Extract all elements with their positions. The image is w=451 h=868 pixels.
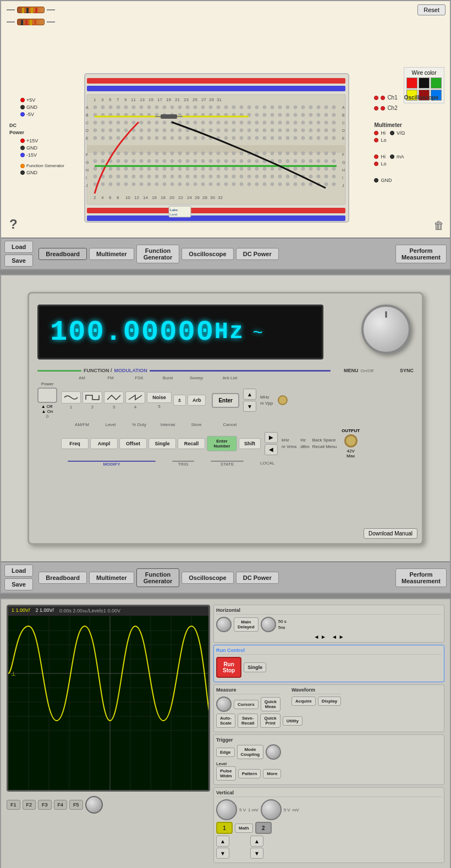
osc-ch1-btn[interactable]: 1	[216, 822, 233, 834]
osc-f1-btn[interactable]: F1	[7, 800, 20, 810]
svg-text:A: A	[342, 106, 345, 109]
fg-off-label: ▲ Off	[41, 404, 53, 409]
osc-waveform-svg: ⊥	[8, 616, 208, 790]
function-generator-tab-1[interactable]: Function Generator	[136, 245, 180, 263]
fg-arrow-right[interactable]: ▶	[265, 432, 278, 443]
download-manual-button[interactable]: Download Manual	[364, 528, 417, 539]
oscilloscope-tab-2[interactable]: Oscilloscope	[182, 572, 233, 584]
osc-v-knob-1[interactable]	[216, 799, 237, 820]
osc-v-down-1[interactable]: ▼	[216, 848, 229, 859]
help-button[interactable]: ?	[9, 217, 18, 232]
breadboard-tab-1[interactable]: Breadboard	[38, 248, 87, 260]
osc-auto-scale-btn[interactable]: Auto- Scale	[216, 714, 235, 728]
fg-arrow-down[interactable]: ▼	[243, 401, 256, 412]
resistor-1[interactable]	[7, 7, 95, 13]
fg-wave-1-btn[interactable]	[61, 391, 81, 403]
fg-wave-4-btn[interactable]	[125, 391, 145, 403]
osc-f3-btn[interactable]: F3	[38, 800, 52, 810]
osc-run-stop-btn[interactable]: Run Stop	[216, 657, 241, 678]
svg-text:7: 7	[117, 97, 119, 102]
multimeter-tab-2[interactable]: Multimeter	[89, 572, 134, 584]
svg-text:Land: Land	[170, 213, 177, 216]
osc-waveform-group: Waveform Acquire Display	[292, 687, 341, 714]
osc-edge-btn[interactable]: Edge	[216, 748, 235, 757]
load-button-1[interactable]: Load	[4, 241, 33, 253]
fg-arb-btn[interactable]: Arb	[188, 395, 206, 406]
fg-wave-3-btn[interactable]	[104, 391, 124, 403]
osc-quick-meas-btn[interactable]: Quick Meas	[261, 697, 280, 711]
osc-acquire-btn[interactable]: Acquire	[292, 696, 316, 706]
trash-button[interactable]: 🗑	[433, 219, 444, 232]
dc-power-tab-1[interactable]: DC Power	[236, 248, 279, 260]
osc-mode-coupling-btn[interactable]: Mode Coupling	[237, 745, 264, 759]
fg-single-btn[interactable]: Single	[148, 438, 176, 449]
osc-math-btn[interactable]: Math	[235, 823, 253, 833]
osc-more-btn[interactable]: More	[263, 769, 281, 778]
osc-bottom-knob[interactable]	[85, 796, 103, 814]
osc-measure-knob[interactable]	[216, 696, 232, 712]
fg-shift-btn[interactable]: Shift	[239, 438, 261, 449]
osc-pattern-btn[interactable]: Pattern	[238, 769, 261, 778]
fg-noise-btn[interactable]: Noise	[147, 392, 172, 403]
osc-cursors-btn[interactable]: Cursors	[234, 700, 258, 709]
function-generator-tab-2[interactable]: Function Generator	[136, 568, 180, 587]
reset-button[interactable]: Reset	[417, 4, 446, 15]
svg-text:10: 10	[125, 195, 130, 200]
fg-wave-2-btn[interactable]	[82, 391, 102, 403]
svg-text:B: B	[342, 113, 345, 117]
perform-measurement-1[interactable]: Perform Measurement	[395, 245, 447, 263]
oscilloscope-tab-1[interactable]: Oscilloscope	[182, 248, 233, 260]
fg-arrow-left[interactable]: ◀	[265, 444, 278, 455]
fg-power-button[interactable]	[37, 388, 57, 403]
svg-text:C: C	[86, 121, 89, 125]
save-button-1[interactable]: Save	[4, 255, 33, 267]
osc-f5-btn[interactable]: F5	[69, 800, 83, 810]
osc-trigger-level-knob[interactable]	[266, 744, 281, 760]
multimeter-tab-1[interactable]: Multimeter	[89, 248, 134, 260]
color-green[interactable]	[431, 78, 442, 89]
fg-wave-1-group: 1	[61, 391, 81, 410]
osc-vertical-arrows-row: ▲ ▼ ▲ ▼	[216, 836, 442, 859]
osc-v-up-2[interactable]: ▲	[250, 836, 263, 847]
fg-ampl-btn[interactable]: Ampl	[90, 438, 118, 449]
osc-main-delayed-btn[interactable]: Main Delayed	[234, 617, 258, 632]
osc-display-btn[interactable]: Display	[318, 696, 341, 706]
osc-measure-row: Cursors Quick Meas	[216, 696, 280, 712]
osc-utility-btn[interactable]: Utility	[283, 716, 302, 726]
osc-pulse-width-btn[interactable]: Pulse Widm	[216, 766, 236, 781]
dc-power-tab-2[interactable]: DC Power	[236, 572, 279, 584]
fg-pm-btn[interactable]: ±	[173, 395, 186, 406]
osc-v-up-1[interactable]: ▲	[216, 836, 229, 847]
fg-arrow-up[interactable]: ▲	[243, 389, 256, 400]
load-button-2[interactable]: Load	[4, 565, 33, 577]
osc-50s-label: 50 s	[278, 619, 287, 624]
osc-quick-print-btn[interactable]: Quick Print	[260, 714, 280, 728]
save-button-2[interactable]: Save	[4, 578, 33, 590]
color-red[interactable]	[406, 78, 417, 89]
osc-single-btn[interactable]: Single	[244, 662, 266, 672]
osc-run-control-section: Run Control Run Stop Single	[213, 645, 444, 682]
svg-text:24: 24	[187, 195, 192, 200]
osc-v-knob-2[interactable]	[261, 799, 282, 820]
resistor-2[interactable]	[7, 19, 95, 25]
breadboard-area[interactable]: 1 3 5 7 9 11 13 15 17 19 21 23 25 27 29 …	[84, 73, 353, 226]
osc-f2-btn[interactable]: F2	[23, 800, 36, 810]
osc-h-knob-2[interactable]	[261, 617, 276, 632]
osc-ch2-btn[interactable]: 2	[255, 822, 272, 834]
svg-text:B: B	[86, 113, 89, 117]
osc-save-recall-btn[interactable]: Save- Recall	[238, 714, 258, 728]
fg-offset-btn[interactable]: Offset	[119, 438, 147, 449]
breadboard-tab-2[interactable]: Breadboard	[38, 572, 87, 584]
osc-v-down-2[interactable]: ▼	[250, 848, 263, 859]
breadboard-toolbar: Load Save Breadboard Multimeter Function…	[1, 237, 450, 269]
fg-enter-number-btn[interactable]: EnterNumber	[207, 436, 237, 451]
fg-main-knob[interactable]	[361, 305, 411, 354]
fg-enter-btn[interactable]: Enter	[212, 393, 239, 408]
fg-freq-btn[interactable]: Freq	[61, 438, 89, 449]
color-black[interactable]	[419, 78, 430, 89]
perform-measurement-2[interactable]: Perform Measurement	[395, 568, 447, 587]
osc-h-knob-1[interactable]	[216, 617, 232, 632]
fg-recall-btn[interactable]: Recall	[178, 438, 205, 449]
svg-text:H: H	[342, 168, 345, 172]
osc-f4-btn[interactable]: F4	[54, 800, 68, 810]
